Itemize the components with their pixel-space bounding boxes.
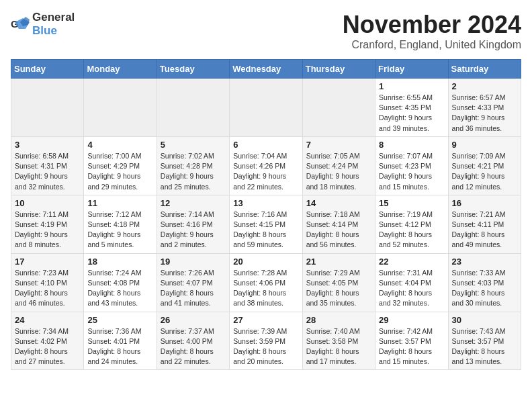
- day-number: 26: [161, 315, 226, 325]
- day-info: Sunrise: 6:57 AM Sunset: 4:33 PM Dayligh…: [452, 93, 517, 134]
- header-row: SundayMondayTuesdayWednesdayThursdayFrid…: [11, 60, 521, 79]
- calendar-cell: [302, 79, 375, 137]
- day-info: Sunrise: 7:37 AM Sunset: 4:00 PM Dayligh…: [161, 326, 226, 367]
- day-info: Sunrise: 7:28 AM Sunset: 4:06 PM Dayligh…: [233, 268, 298, 309]
- day-info: Sunrise: 7:33 AM Sunset: 4:03 PM Dayligh…: [452, 268, 517, 309]
- week-row-2: 3Sunrise: 6:58 AM Sunset: 4:31 PM Daylig…: [11, 136, 521, 195]
- day-info: Sunrise: 7:16 AM Sunset: 4:15 PM Dayligh…: [233, 210, 298, 250]
- calendar-cell: 4Sunrise: 7:00 AM Sunset: 4:29 PM Daylig…: [84, 136, 157, 195]
- day-number: 23: [452, 257, 517, 267]
- calendar-table: SundayMondayTuesdayWednesdayThursdayFrid…: [11, 59, 521, 370]
- day-number: 19: [161, 257, 226, 267]
- week-row-3: 10Sunrise: 7:11 AM Sunset: 4:19 PM Dayli…: [11, 195, 521, 253]
- day-info: Sunrise: 7:21 AM Sunset: 4:11 PM Dayligh…: [452, 210, 517, 250]
- calendar-cell: 24Sunrise: 7:34 AM Sunset: 4:02 PM Dayli…: [11, 312, 84, 370]
- day-number: 7: [306, 140, 371, 150]
- calendar-cell: 29Sunrise: 7:42 AM Sunset: 3:57 PM Dayli…: [375, 312, 448, 370]
- calendar-cell: 23Sunrise: 7:33 AM Sunset: 4:03 PM Dayli…: [448, 253, 521, 312]
- col-header-monday: Monday: [84, 60, 157, 79]
- day-info: Sunrise: 7:07 AM Sunset: 4:23 PM Dayligh…: [379, 151, 444, 192]
- day-number: 9: [452, 140, 517, 150]
- day-info: Sunrise: 7:11 AM Sunset: 4:19 PM Dayligh…: [15, 210, 80, 250]
- day-info: Sunrise: 7:19 AM Sunset: 4:12 PM Dayligh…: [379, 210, 444, 250]
- col-header-thursday: Thursday: [302, 60, 375, 79]
- logo-blue: Blue: [32, 24, 57, 37]
- day-info: Sunrise: 6:58 AM Sunset: 4:31 PM Dayligh…: [15, 151, 80, 192]
- calendar-cell: 25Sunrise: 7:36 AM Sunset: 4:01 PM Dayli…: [84, 312, 157, 370]
- day-number: 21: [306, 257, 371, 267]
- day-info: Sunrise: 7:12 AM Sunset: 4:18 PM Dayligh…: [87, 210, 152, 250]
- day-number: 17: [15, 257, 80, 267]
- day-info: Sunrise: 7:24 AM Sunset: 4:08 PM Dayligh…: [87, 268, 152, 309]
- calendar-cell: 10Sunrise: 7:11 AM Sunset: 4:19 PM Dayli…: [11, 195, 84, 253]
- day-info: Sunrise: 7:42 AM Sunset: 3:57 PM Dayligh…: [379, 326, 444, 367]
- day-number: 27: [233, 315, 298, 325]
- logo-general: General: [32, 11, 75, 24]
- week-row-4: 17Sunrise: 7:23 AM Sunset: 4:10 PM Dayli…: [11, 253, 521, 312]
- calendar-cell: 16Sunrise: 7:21 AM Sunset: 4:11 PM Dayli…: [448, 195, 521, 253]
- day-info: Sunrise: 7:09 AM Sunset: 4:21 PM Dayligh…: [452, 151, 517, 192]
- day-info: Sunrise: 7:05 AM Sunset: 4:24 PM Dayligh…: [306, 151, 371, 192]
- week-row-1: 1Sunrise: 6:55 AM Sunset: 4:35 PM Daylig…: [11, 79, 521, 137]
- calendar-cell: [11, 79, 84, 137]
- day-number: 29: [379, 315, 444, 325]
- calendar-cell: 22Sunrise: 7:31 AM Sunset: 4:04 PM Dayli…: [375, 253, 448, 312]
- day-info: Sunrise: 6:55 AM Sunset: 4:35 PM Dayligh…: [379, 93, 444, 134]
- day-number: 12: [161, 198, 226, 208]
- day-number: 28: [306, 315, 371, 325]
- col-header-saturday: Saturday: [448, 60, 521, 79]
- calendar-cell: 6Sunrise: 7:04 AM Sunset: 4:26 PM Daylig…: [230, 136, 302, 195]
- day-number: 24: [15, 315, 80, 325]
- day-info: Sunrise: 7:36 AM Sunset: 4:01 PM Dayligh…: [87, 326, 152, 367]
- calendar-cell: 27Sunrise: 7:39 AM Sunset: 3:59 PM Dayli…: [230, 312, 302, 370]
- day-number: 8: [379, 140, 444, 150]
- calendar-cell: [157, 79, 229, 137]
- calendar-cell: 7Sunrise: 7:05 AM Sunset: 4:24 PM Daylig…: [302, 136, 375, 195]
- day-info: Sunrise: 7:43 AM Sunset: 3:57 PM Dayligh…: [452, 326, 517, 367]
- day-info: Sunrise: 7:02 AM Sunset: 4:28 PM Dayligh…: [161, 151, 226, 192]
- calendar-cell: 17Sunrise: 7:23 AM Sunset: 4:10 PM Dayli…: [11, 253, 84, 312]
- calendar-cell: 30Sunrise: 7:43 AM Sunset: 3:57 PM Dayli…: [448, 312, 521, 370]
- calendar-cell: 12Sunrise: 7:14 AM Sunset: 4:16 PM Dayli…: [157, 195, 229, 253]
- col-header-sunday: Sunday: [11, 60, 84, 79]
- calendar-cell: 14Sunrise: 7:18 AM Sunset: 4:14 PM Dayli…: [302, 195, 375, 253]
- week-row-5: 24Sunrise: 7:34 AM Sunset: 4:02 PM Dayli…: [11, 312, 521, 370]
- title-area: November 2024 Cranford, England, United …: [343, 11, 521, 51]
- day-info: Sunrise: 7:29 AM Sunset: 4:05 PM Dayligh…: [306, 268, 371, 309]
- day-info: Sunrise: 7:26 AM Sunset: 4:07 PM Dayligh…: [161, 268, 226, 309]
- calendar-cell: [230, 79, 302, 137]
- col-header-tuesday: Tuesday: [157, 60, 229, 79]
- day-number: 14: [306, 198, 371, 208]
- day-number: 6: [233, 140, 298, 150]
- calendar-cell: 28Sunrise: 7:40 AM Sunset: 3:58 PM Dayli…: [302, 312, 375, 370]
- day-number: 15: [379, 198, 444, 208]
- day-number: 22: [379, 257, 444, 267]
- main-title: November 2024: [343, 11, 521, 39]
- day-info: Sunrise: 7:23 AM Sunset: 4:10 PM Dayligh…: [15, 268, 80, 309]
- day-info: Sunrise: 7:31 AM Sunset: 4:04 PM Dayligh…: [379, 268, 444, 309]
- calendar-cell: 5Sunrise: 7:02 AM Sunset: 4:28 PM Daylig…: [157, 136, 229, 195]
- calendar-cell: 26Sunrise: 7:37 AM Sunset: 4:00 PM Dayli…: [157, 312, 229, 370]
- calendar-cell: 9Sunrise: 7:09 AM Sunset: 4:21 PM Daylig…: [448, 136, 521, 195]
- day-info: Sunrise: 7:40 AM Sunset: 3:58 PM Dayligh…: [306, 326, 371, 367]
- day-info: Sunrise: 7:14 AM Sunset: 4:16 PM Dayligh…: [161, 210, 226, 250]
- day-number: 4: [87, 140, 152, 150]
- day-number: 18: [87, 257, 152, 267]
- day-number: 30: [452, 315, 517, 325]
- day-info: Sunrise: 7:39 AM Sunset: 3:59 PM Dayligh…: [233, 326, 298, 367]
- calendar-cell: 20Sunrise: 7:28 AM Sunset: 4:06 PM Dayli…: [230, 253, 302, 312]
- day-info: Sunrise: 7:18 AM Sunset: 4:14 PM Dayligh…: [306, 210, 371, 250]
- day-number: 2: [452, 81, 517, 91]
- calendar-cell: 21Sunrise: 7:29 AM Sunset: 4:05 PM Dayli…: [302, 253, 375, 312]
- calendar-cell: [84, 79, 157, 137]
- day-info: Sunrise: 7:34 AM Sunset: 4:02 PM Dayligh…: [15, 326, 80, 367]
- day-number: 25: [87, 315, 152, 325]
- calendar-cell: 1Sunrise: 6:55 AM Sunset: 4:35 PM Daylig…: [375, 79, 448, 137]
- day-number: 10: [15, 198, 80, 208]
- day-info: Sunrise: 7:00 AM Sunset: 4:29 PM Dayligh…: [87, 151, 152, 192]
- day-info: Sunrise: 7:04 AM Sunset: 4:26 PM Dayligh…: [233, 151, 298, 192]
- day-number: 11: [87, 198, 152, 208]
- day-number: 20: [233, 257, 298, 267]
- calendar-cell: 8Sunrise: 7:07 AM Sunset: 4:23 PM Daylig…: [375, 136, 448, 195]
- logo-icon: G: [11, 17, 30, 32]
